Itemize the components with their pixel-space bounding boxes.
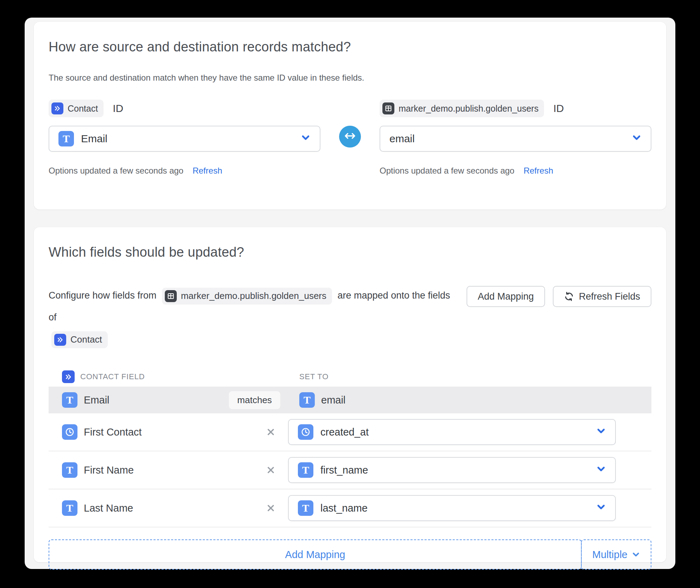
relation-cell bbox=[221, 465, 288, 475]
source-field-value: Email bbox=[81, 133, 107, 145]
table-icon bbox=[382, 102, 394, 114]
relation-cell bbox=[221, 503, 288, 513]
mapping-footer: Add Mapping Multiple bbox=[49, 539, 651, 570]
add-mapping-button-label: Add Mapping bbox=[478, 291, 534, 302]
destination-field-dropdown[interactable]: email bbox=[380, 126, 651, 152]
remove-mapping-icon[interactable] bbox=[266, 427, 275, 437]
add-mapping-button[interactable]: Add Mapping bbox=[467, 286, 545, 307]
datetime-field-icon bbox=[62, 424, 77, 440]
field-label: Last Name bbox=[84, 502, 133, 514]
field-cell: T Last Name bbox=[49, 500, 221, 516]
destination-id-label: ID bbox=[553, 102, 564, 114]
datetime-field-icon bbox=[298, 424, 313, 440]
field-cell: First Contact bbox=[49, 424, 221, 440]
chevron-down-icon bbox=[596, 426, 606, 438]
destination-badge-row: marker_demo.publish.golden_users ID bbox=[380, 100, 651, 117]
source-badge-row: Contact ID bbox=[49, 100, 320, 117]
configure-text: Configure how fields from marker_demo.pu… bbox=[49, 284, 457, 350]
multiple-dropdown-button[interactable]: Multiple bbox=[581, 539, 651, 570]
mapping-card-title: Which fields should be updated? bbox=[49, 245, 651, 260]
source-options-note: Options updated a few seconds ago bbox=[49, 166, 183, 176]
mapped-value-label: email bbox=[321, 394, 345, 406]
value-dropdown-label: last_name bbox=[320, 502, 368, 514]
field-label: Email bbox=[84, 394, 110, 406]
configure-row: Configure how fields from marker_demo.pu… bbox=[49, 284, 651, 350]
value-cell: T email bbox=[288, 392, 651, 408]
add-mapping-dashed-button[interactable]: Add Mapping bbox=[49, 539, 582, 570]
destination-options-note: Options updated a few seconds ago bbox=[380, 166, 514, 176]
relation-cell bbox=[221, 427, 288, 437]
add-mapping-dashed-label: Add Mapping bbox=[285, 549, 345, 561]
set-to-header: SET TO bbox=[288, 372, 329, 381]
contact-icon bbox=[54, 334, 66, 346]
table-icon bbox=[165, 290, 177, 302]
mapping-toolbar: Add Mapping Refresh Fields bbox=[467, 284, 651, 307]
value-cell: T first_name bbox=[288, 457, 651, 483]
text-field-icon: T bbox=[62, 500, 77, 516]
swap-zone bbox=[320, 100, 380, 148]
sync-config-page: How are source and destination records m… bbox=[25, 18, 675, 569]
text-field-icon: T bbox=[298, 500, 313, 516]
value-dropdown-label: first_name bbox=[320, 464, 368, 476]
mapped-value: T email bbox=[288, 392, 345, 408]
configure-dest-badge: Contact bbox=[51, 331, 108, 348]
field-cell: T First Name bbox=[49, 462, 221, 478]
destination-options-row: Options updated a few seconds ago Refres… bbox=[380, 166, 651, 176]
value-dropdown[interactable]: T first_name bbox=[288, 457, 616, 483]
field-label: First Contact bbox=[84, 426, 142, 438]
contact-icon bbox=[51, 102, 63, 114]
mapping-table-header: CONTACT FIELD SET TO bbox=[49, 367, 651, 387]
chevron-down-icon bbox=[301, 133, 311, 145]
configure-source-badge: marker_demo.publish.golden_users bbox=[162, 288, 332, 305]
text-field-icon: T bbox=[298, 462, 313, 478]
destination-field-value: email bbox=[389, 133, 415, 145]
source-options-row: Options updated a few seconds ago Refres… bbox=[49, 166, 320, 176]
refresh-icon bbox=[564, 292, 574, 301]
destination-refresh-link[interactable]: Refresh bbox=[524, 166, 553, 176]
value-cell: T last_name bbox=[288, 495, 651, 521]
refresh-fields-button-label: Refresh Fields bbox=[579, 291, 640, 302]
matching-card-description: The source and destination match when th… bbox=[49, 73, 651, 83]
swap-horizontal-icon bbox=[344, 132, 356, 141]
relation-cell: matches bbox=[221, 391, 288, 409]
chevron-down-icon bbox=[596, 502, 606, 514]
contact-icon bbox=[62, 370, 75, 383]
matching-card-title: How are source and destination records m… bbox=[49, 39, 651, 55]
chevron-down-icon bbox=[596, 464, 606, 476]
text-field-icon: T bbox=[62, 462, 77, 478]
destination-table-badge: marker_demo.publish.golden_users bbox=[380, 100, 544, 117]
value-dropdown-label: created_at bbox=[320, 426, 369, 438]
text-field-icon: T bbox=[62, 392, 77, 408]
refresh-fields-button[interactable]: Refresh Fields bbox=[553, 286, 651, 307]
configure-dest-label: Contact bbox=[70, 329, 102, 350]
remove-mapping-icon[interactable] bbox=[266, 465, 275, 475]
value-dropdown[interactable]: created_at bbox=[288, 419, 616, 445]
table-row: T Last Name T last_name bbox=[49, 489, 651, 527]
table-row: T Email matches T email bbox=[49, 387, 651, 413]
contact-field-header-label: CONTACT FIELD bbox=[80, 372, 145, 381]
chevron-down-icon bbox=[632, 133, 642, 145]
source-field-dropdown[interactable]: T Email bbox=[49, 126, 320, 152]
field-cell: T Email bbox=[49, 392, 221, 408]
source-id-label: ID bbox=[113, 102, 123, 114]
matches-chip: matches bbox=[229, 391, 280, 409]
source-model-label: Contact bbox=[68, 104, 98, 114]
source-model-badge: Contact bbox=[49, 100, 104, 117]
match-row: Contact ID T Email Options updated a few… bbox=[49, 100, 651, 176]
text-field-icon: T bbox=[299, 392, 315, 408]
value-dropdown[interactable]: T last_name bbox=[288, 495, 616, 521]
table-row: First Contact created_at bbox=[49, 413, 651, 451]
configure-source-label: marker_demo.publish.golden_users bbox=[181, 286, 326, 307]
record-matching-card: How are source and destination records m… bbox=[34, 22, 666, 209]
contact-field-header: CONTACT FIELD bbox=[49, 370, 288, 383]
source-refresh-link[interactable]: Refresh bbox=[193, 166, 222, 176]
field-label: First Name bbox=[84, 464, 134, 476]
multiple-label: Multiple bbox=[592, 549, 627, 561]
swap-button[interactable] bbox=[339, 126, 361, 148]
text-field-icon: T bbox=[58, 131, 74, 146]
chevron-down-icon bbox=[632, 550, 640, 559]
remove-mapping-icon[interactable] bbox=[266, 503, 275, 513]
destination-column: marker_demo.publish.golden_users ID emai… bbox=[380, 100, 651, 176]
table-row: T First Name T first_name bbox=[49, 451, 651, 489]
field-mapping-card: Which fields should be updated? Configur… bbox=[34, 227, 666, 562]
